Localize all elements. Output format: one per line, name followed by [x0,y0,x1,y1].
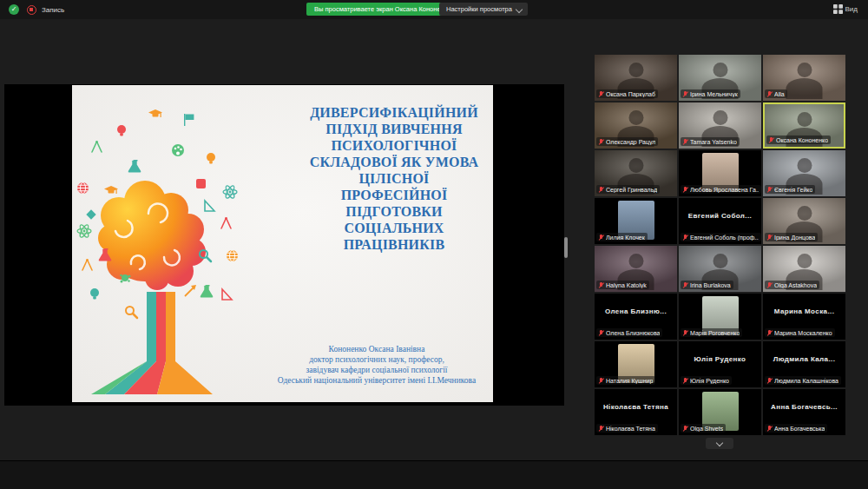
mic-muted-icon [682,138,688,145]
recording-label: Запись [42,6,64,14]
participant-tile-14[interactable]: Irina Burlakova [679,246,761,292]
participant-name-label: Irina Burlakova [681,281,733,289]
participant-name-label: Олена Близнюкова [596,328,662,337]
participant-name: Евгений Соболь (проф... [690,235,759,241]
mic-muted-icon [598,90,604,97]
participant-name: Olga Astakhova [774,282,817,288]
person-silhouette [797,158,812,173]
mic-muted-icon [766,234,773,241]
participant-tile-12[interactable]: Ірина Донцова [763,198,845,244]
view-button[interactable]: Вид [828,3,863,15]
mic-muted-icon [768,136,774,143]
mic-muted-icon [682,425,688,432]
participant-tile-9[interactable]: Євгенія Гейко [763,150,845,196]
more-participants-button[interactable] [706,438,733,449]
participant-name-label: Олександр Рацул [596,137,658,146]
participant-center-name: Ніколаєва Тетяна [595,389,677,425]
participant-name-label: Евгений Соболь (проф... [681,233,761,241]
participant-center-name: Людмила Кала... [763,341,845,377]
participant-name-label: Марія Роговченко [681,328,742,337]
participant-tile-24[interactable]: Анна Богачевсь... Анна Богачевська [763,389,845,435]
presentation-slide: ДИВЕРСИФІКАЦІЙНИЙПІДХІД ВИВЧЕННЯ ПСИХОЛО… [72,85,493,402]
participant-name-label: Tamara Yatsenko [681,137,740,146]
zoom-window: ✓ Запись Вы просматриваете экран Оксана … [0,0,868,489]
participant-name: Євгенія Гейко [774,187,812,193]
person-silhouette [797,63,812,77]
participant-tile-8[interactable]: Любовь Ярославена Га... [679,150,761,196]
participant-tile-11[interactable]: Евгений Собол... Евгений Соболь (проф... [679,198,761,244]
mic-muted-icon [766,329,773,336]
recording-indicator-icon[interactable] [27,5,36,15]
mic-muted-icon [682,90,688,97]
participant-name: Оксана Кононенко [776,137,828,143]
participant-name: Наталия Кушнир [606,378,653,384]
mic-muted-icon [766,377,773,384]
participant-name-label: Ірина Мельничук [681,89,740,98]
participant-tile-15[interactable]: Olga Astakhova [763,246,845,292]
mic-muted-icon [598,138,604,145]
participant-name-label: Halyna Katolyk [596,281,649,289]
mic-muted-icon [766,186,773,193]
participant-tile-1[interactable]: Оксана Паркулаб [595,55,677,101]
participant-tile-19[interactable]: Наталия Кушнир [595,341,677,387]
participant-tile-22[interactable]: Ніколаєва Тетяна Ніколаєва Тетяна [595,389,677,435]
participant-name-label: Оксана Паркулаб [596,89,658,98]
participant-name-label: Alla [765,89,787,98]
participant-tile-20[interactable]: Юлія Руденко Юлія Руденко [679,341,761,387]
mic-muted-icon [766,90,773,97]
participant-tile-17[interactable]: Марія Роговченко [679,294,761,340]
mic-muted-icon [682,186,688,193]
participant-tile-23[interactable]: Olga Shvets [679,389,761,435]
participant-tile-3[interactable]: Alla [763,55,845,101]
participant-name-label: Olga Astakhova [765,281,819,289]
meeting-toolbar: Включить звук Остановить видео Участники… [0,460,868,489]
participant-center-name: Анна Богачевсь... [763,389,845,425]
participant-tile-7[interactable]: Сергей Гринвальд [595,150,677,196]
participant-center-name: Юлія Руденко [679,341,761,377]
shared-screen-stage: ДИВЕРСИФІКАЦІЙНИЙПІДХІД ВИВЧЕННЯ ПСИХОЛО… [4,84,564,406]
participants-grid: Оксана Паркулаб Ірина Мельничук Alla Оле… [595,55,845,435]
participant-name-label: Сергей Гринвальд [596,185,660,194]
participant-tile-13[interactable]: Halyna Katolyk [595,246,677,292]
participant-name: Alla [774,91,785,97]
participant-name: Любовь Ярославена Га... [690,187,759,193]
view-label: Вид [845,5,858,13]
participant-name: Ніколаєва Тетяна [606,426,655,432]
participant-tile-10[interactable]: Лилия Клочек [595,198,677,244]
participant-tile-4[interactable]: Олександр Рацул [595,102,677,149]
participant-name-label: Ірина Донцова [765,233,818,241]
chevron-down-icon [516,6,523,13]
view-options-button[interactable]: Настройки просмотра [439,3,528,16]
mic-muted-icon [598,234,604,241]
participant-name: Halyna Katolyk [606,282,647,288]
participant-center-name: Марина Моска... [763,294,845,329]
participant-name-label: Анна Богачевська [765,424,827,433]
participant-name: Tamara Yatsenko [690,139,737,145]
slide-author-block: Кононенко Оксана Іванівнадоктор психолог… [261,344,492,386]
participant-name-label: Юлія Руденко [681,376,732,385]
panel-resize-handle[interactable] [564,237,568,258]
participant-tile-18[interactable]: Марина Моска... Марина Москаленко [763,294,845,340]
participant-name-label: Євгенія Гейко [765,185,815,194]
participant-tile-2[interactable]: Ірина Мельничук [679,55,761,101]
viewing-screen-banner: Вы просматриваете экран Оксана Кононенко [306,3,458,16]
participant-name: Оксана Паркулаб [606,91,655,97]
participant-tile-6[interactable]: Оксана Кононенко [763,102,845,149]
participant-name-label: Ніколаєва Тетяна [596,424,658,433]
participant-name: Людмила Калашнікова [774,378,838,384]
mic-muted-icon [598,329,604,336]
encryption-shield-icon[interactable]: ✓ [9,4,19,15]
participant-name: Анна Богачевська [774,426,825,432]
participant-tile-5[interactable]: Tamara Yatsenko [679,102,761,149]
person-silhouette [713,63,727,77]
participant-tile-21[interactable]: Людмила Кала... Людмила Калашнікова [763,341,845,387]
participant-name: Марина Москаленко [774,330,832,336]
participant-name: Ірина Мельничук [690,91,738,97]
participant-tile-16[interactable]: Олена Близню... Олена Близнюкова [595,294,677,340]
participant-name: Олександр Рацул [606,139,655,145]
view-options-label: Настройки просмотра [446,5,512,13]
participant-name: Лилия Клочек [606,235,645,241]
person-silhouette [628,110,643,125]
participant-center-name: Евгений Собол... [679,198,761,234]
participant-name-label: Olga Shvets [681,424,726,433]
